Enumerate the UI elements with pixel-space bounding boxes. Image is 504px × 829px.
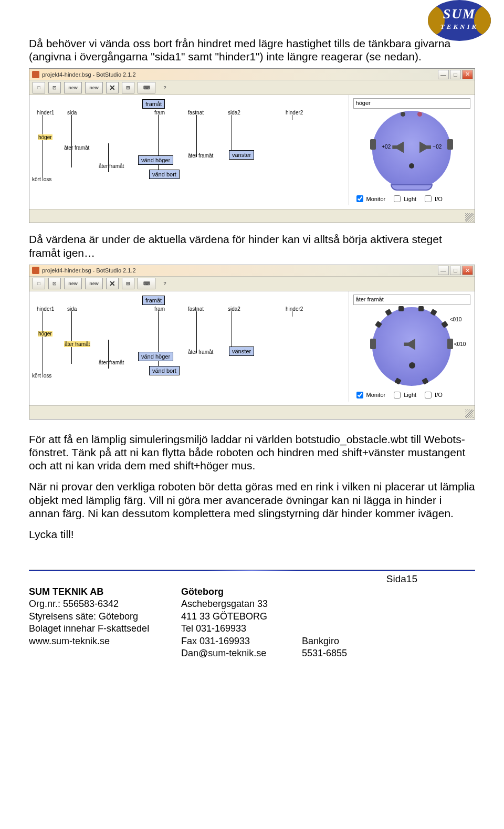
toolbar: □ ⊡ new new ✕ ⊞ ⌨ ? xyxy=(29,277,475,291)
para-5: Lycka till! xyxy=(29,528,475,541)
para-3: För att få en lämplig simuleringsmiljö l… xyxy=(29,433,475,473)
footer-sate: Styrelsens säte: Göteborg xyxy=(29,611,165,623)
resize-grip-icon[interactable] xyxy=(465,213,474,222)
state-framat[interactable]: framåt xyxy=(142,296,165,305)
toolbar-button[interactable]: ⊡ xyxy=(48,278,61,289)
ater-framat-2-label[interactable]: åter framåt xyxy=(99,163,124,169)
footer: SUM TEKNIK AB Org.nr.: 556583-6342 Styre… xyxy=(29,585,475,659)
toolbar-button[interactable]: □ xyxy=(33,278,45,289)
footer-city: Göteborg xyxy=(181,586,286,598)
fastnat-label[interactable]: fastnat xyxy=(188,306,204,312)
toolbar-button[interactable]: ⊞ xyxy=(122,278,134,289)
statusbar xyxy=(29,405,475,419)
titlebar: projekt4-hinder.bsg - BotStudio 2.1.2 — … xyxy=(29,265,475,277)
ater-framat-3-label[interactable]: åter framåt xyxy=(188,349,213,355)
robot-right-value: −02 xyxy=(433,144,442,150)
footer-email: Dan@sum-teknik.se xyxy=(181,647,286,659)
help-button[interactable]: ? xyxy=(159,82,171,93)
footer-fskatt: Bolaget innehar F-skattsedel xyxy=(29,623,165,635)
para-4: När ni provar den verkliga roboten bör d… xyxy=(29,480,475,520)
ater-framat-1-label[interactable]: åter framåt xyxy=(64,145,89,151)
robot-visual[interactable]: +02 −02 xyxy=(372,111,451,190)
state-diagram[interactable]: hinder1 sida fram fastnat sida2 hinder2 … xyxy=(29,291,349,402)
toolbar-button[interactable]: ✕ xyxy=(106,278,119,289)
toolbar-button[interactable]: ⊞ xyxy=(122,82,134,93)
robot-panel-container: höger +02 −02 xyxy=(349,95,475,209)
state-vand-hoger[interactable]: vänd höger xyxy=(138,352,173,361)
toolbar-button[interactable]: ✕ xyxy=(106,82,119,93)
state-vanster[interactable]: vänster xyxy=(229,150,254,160)
robot-left-value: +02 xyxy=(382,144,391,150)
statusbar xyxy=(29,209,475,223)
toolbar-button[interactable]: ⌨ xyxy=(138,278,155,289)
fastnat-label[interactable]: fastnat xyxy=(188,110,204,116)
ater-framat-1-label[interactable]: åter framåt xyxy=(64,341,90,347)
kort-loss-label[interactable]: kört loss xyxy=(32,176,51,182)
logo: SUM TEKNIK xyxy=(428,0,491,42)
maximize-button[interactable]: □ xyxy=(450,70,461,79)
toolbar-button[interactable]: new xyxy=(64,278,82,289)
logo-line2: TEKNIK xyxy=(428,23,491,30)
name-input[interactable]: åter framåt xyxy=(353,295,470,305)
io-checkbox[interactable]: I/O xyxy=(423,194,443,204)
footer-addr1: Aschebergsgatan 33 xyxy=(181,598,286,610)
state-framat[interactable]: framåt xyxy=(142,99,165,109)
footer-fax: Fax 031-169933 xyxy=(181,635,286,647)
window-title: projekt4-hinder.bsg - BotStudio 2.1.2 xyxy=(42,71,438,78)
robot-top-value: <010 xyxy=(450,317,462,322)
hinder2-label[interactable]: hinder2 xyxy=(286,110,303,116)
state-vanster[interactable]: vänster xyxy=(229,347,254,356)
footer-web: www.sum-teknik.se xyxy=(29,635,165,647)
hinder1-label[interactable]: hinder1 xyxy=(37,306,54,312)
state-vand-hoger[interactable]: vänd höger xyxy=(138,155,173,165)
toolbar: □ ⊡ new new ✕ ⊞ ⌨ ? xyxy=(29,80,475,95)
app-icon xyxy=(32,71,39,78)
page-number: Sida15 xyxy=(29,573,475,585)
toolbar-button[interactable]: ⌨ xyxy=(138,82,155,93)
logo-line1: SUM xyxy=(428,7,491,21)
monitor-checkbox[interactable]: Monitor xyxy=(354,194,386,204)
sida2-label[interactable]: sida2 xyxy=(228,110,240,116)
fram-label[interactable]: fram xyxy=(154,110,165,116)
minimize-button[interactable]: — xyxy=(438,70,449,79)
footer-tel: Tel 031-169933 xyxy=(181,623,286,635)
toolbar-button[interactable]: new xyxy=(85,82,103,93)
monitor-checkbox[interactable]: Monitor xyxy=(354,390,386,400)
help-button[interactable]: ? xyxy=(159,278,171,289)
close-button[interactable]: ✕ xyxy=(462,266,473,275)
ater-framat-3-label[interactable]: åter framåt xyxy=(188,153,213,159)
para-1: Då behöver vi vända oss bort från hindre… xyxy=(29,37,475,63)
sida2-label[interactable]: sida2 xyxy=(228,306,240,312)
sida-label[interactable]: sida xyxy=(67,306,77,312)
state-vand-bort[interactable]: vänd bort xyxy=(149,366,180,375)
light-checkbox[interactable]: Light xyxy=(392,390,416,400)
sida-label[interactable]: sida xyxy=(67,110,77,116)
light-checkbox[interactable]: Light xyxy=(392,194,416,204)
ater-framat-2-label[interactable]: åter framåt xyxy=(99,360,124,365)
toolbar-button[interactable]: new xyxy=(64,82,82,93)
toolbar-button[interactable]: ⊡ xyxy=(48,82,61,93)
hinder1-label[interactable]: hinder1 xyxy=(37,110,54,116)
state-diagram[interactable]: hinder1 sida fram fastnat sida2 hinder2 … xyxy=(29,95,349,205)
maximize-button[interactable]: □ xyxy=(450,266,461,275)
footer-separator xyxy=(29,570,475,571)
toolbar-button[interactable]: □ xyxy=(33,82,45,93)
robot-visual[interactable] xyxy=(372,307,451,386)
hoger-label[interactable]: höger xyxy=(38,134,52,140)
close-button[interactable]: ✕ xyxy=(462,70,473,79)
toolbar-button[interactable]: new xyxy=(85,278,103,289)
footer-orgnr: Org.nr.: 556583-6342 xyxy=(29,598,165,610)
name-input[interactable]: höger xyxy=(353,98,470,109)
hoger-label[interactable]: höger xyxy=(38,331,52,337)
kort-loss-label[interactable]: kört loss xyxy=(32,373,51,379)
fram-label[interactable]: fram xyxy=(154,306,165,312)
state-vand-bort[interactable]: vänd bort xyxy=(149,170,180,179)
hinder2-label[interactable]: hinder2 xyxy=(286,306,303,312)
footer-addr2: 411 33 GÖTEBORG xyxy=(181,611,286,623)
io-checkbox[interactable]: I/O xyxy=(423,390,443,400)
robot-right-value: <010 xyxy=(454,341,466,347)
minimize-button[interactable]: — xyxy=(438,266,449,275)
footer-company: SUM TEKNIK AB xyxy=(29,586,165,598)
resize-grip-icon[interactable] xyxy=(465,410,474,418)
footer-bankgiro-v: 5531-6855 xyxy=(302,647,386,659)
